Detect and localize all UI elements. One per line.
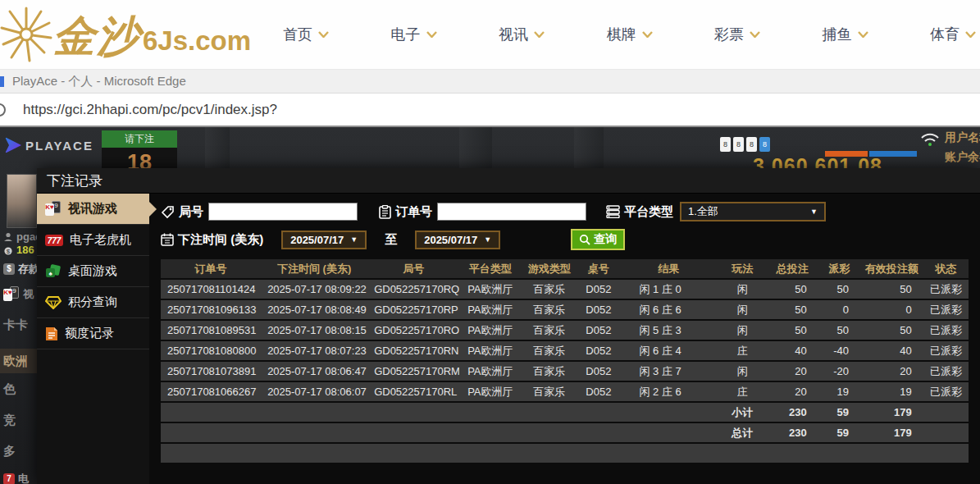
filter-row-1: 局号 订单号 <box>161 202 969 221</box>
cell-time: 2025-07-17 08:06:07 <box>261 382 367 401</box>
cell-play: 闲 <box>718 321 767 340</box>
platform-list-icon <box>606 205 620 218</box>
empty-cell <box>577 403 619 422</box>
cell-round: GD052257170RM <box>367 362 459 381</box>
empty-cell <box>521 444 577 463</box>
grandtotal-row: 总计23059179 <box>161 423 969 442</box>
cell-play: 闲 <box>718 300 767 319</box>
cell-total: 50 <box>767 300 818 319</box>
jing-menu-item[interactable]: 竞 <box>3 413 16 428</box>
card-8: 8 <box>759 137 770 152</box>
nav-item-board[interactable]: 棋牌 <box>607 25 653 44</box>
card-menu-item[interactable]: 卡卡 <box>3 317 28 333</box>
cell-tableNo: D052 <box>577 321 619 340</box>
sidebar-item-slots[interactable]: 777 电子老虎机 <box>37 225 149 256</box>
cell-game: 百家乐 <box>521 280 577 299</box>
nav-item-slots[interactable]: 电子 <box>391 25 437 44</box>
chevron-down-icon <box>426 31 437 38</box>
bet-records-table: 订单号下注时间 (美东)局号平台类型游戏类型桌号结果玩法总投注派彩有效投注额状态… <box>161 258 969 464</box>
order-number-input[interactable] <box>437 203 586 221</box>
playing-cards-icon: 9K♥ <box>45 201 62 217</box>
sunburst-icon <box>0 3 52 66</box>
nav-item-home[interactable]: 首页 <box>283 25 329 44</box>
empty-cell <box>367 423 459 442</box>
nav-item-live[interactable]: 视讯 <box>499 25 545 44</box>
chevron-down-icon <box>858 31 868 38</box>
calendar-icon <box>161 233 174 246</box>
sidebar-item-table-games[interactable]: ♠ 桌面游戏 <box>37 256 149 287</box>
table-header-cell: 玩法 <box>718 259 767 278</box>
empty-cell <box>619 423 718 442</box>
cell-time: 2025-07-17 08:06:47 <box>261 362 367 381</box>
cell-time: 2025-07-17 08:07:23 <box>261 341 367 360</box>
duo-menu-item[interactable]: 多 <box>3 444 16 459</box>
table-header-cell: 桌号 <box>577 259 619 278</box>
date-to-button[interactable]: 2025/07/17▼ <box>415 231 500 249</box>
empty-cell <box>818 444 860 463</box>
cell-valid: 50 <box>860 321 923 340</box>
empty-cell <box>923 403 969 422</box>
dealt-cards: 8 8 8 8 <box>720 137 770 152</box>
cell-status: 已派彩 <box>923 362 969 381</box>
cell-platform: PA欧洲厅 <box>459 362 521 381</box>
coin-icon: $ <box>3 263 15 275</box>
cell-payout: 50 <box>818 280 860 299</box>
table-header-cell: 有效投注额 <box>860 259 923 278</box>
reload-icon[interactable] <box>0 103 6 116</box>
chevron-down-icon <box>642 31 653 38</box>
subtotal-row-label: 小计 <box>718 403 767 422</box>
se-menu-item[interactable]: 色 <box>3 381 16 397</box>
playace-logo: PLAYACE <box>5 137 93 153</box>
cell-valid: 20 <box>860 362 923 381</box>
cell-round: GD052257170RN <box>367 341 459 360</box>
table-row: 2507170810662672025-07-17 08:06:07GD0522… <box>161 382 969 401</box>
platform-type-select[interactable]: 1.全部 ▼ <box>680 202 826 221</box>
diamond-icon <box>45 296 62 309</box>
to-label: 至 <box>385 232 397 248</box>
cell-play: 庄 <box>718 382 767 401</box>
date-from-button[interactable]: 2025/07/17▼ <box>281 231 367 249</box>
table-row: 2507170810961332025-07-17 08:08:49GD0522… <box>161 300 969 319</box>
dropdown-arrow-icon: ▼ <box>810 208 818 216</box>
cell-result: 闲 3 庄 7▶ <box>619 362 718 381</box>
dian-menu-item[interactable]: 7 电 <box>3 472 29 484</box>
sidebar-item-points-query[interactable]: 积分查询 <box>37 287 149 318</box>
cell-time: 2025-07-17 08:09:22 <box>261 280 367 299</box>
cell-valid: 19 <box>860 382 923 401</box>
cell-play: 闲 <box>718 362 767 381</box>
table-row: 2507170810808002025-07-17 08:07:23GD0522… <box>161 341 969 360</box>
url-bar[interactable]: https://gci.2hhapi.com/pc/pcv1/index.jsp… <box>0 94 980 127</box>
empty-cell <box>261 403 367 422</box>
cell-payout: 19 <box>818 382 860 401</box>
result-text: 闲 3 庄 7 <box>639 364 698 379</box>
moneybag-icon: $ <box>3 245 13 255</box>
main-nav: 首页 电子 视讯 棋牌 彩票 捕鱼 <box>283 0 976 69</box>
brand-domain: 6Js.com <box>143 16 251 66</box>
cell-result: 闲 6 庄 4▶ <box>619 341 718 360</box>
table-row: 2507170810738912025-07-17 08:06:47GD0522… <box>161 362 969 381</box>
search-button[interactable]: 查询 <box>571 229 625 250</box>
url-text[interactable]: https://gci.2hhapi.com/pc/pcv1/index.jsp… <box>23 102 277 118</box>
empty-cell <box>367 403 459 422</box>
cell-total: 20 <box>767 362 818 381</box>
cell-total: 50 <box>767 280 818 299</box>
cell-order: 250717081080800 <box>161 341 261 360</box>
europe-menu-item[interactable]: 欧洲 <box>3 354 28 369</box>
cell-platform: PA欧洲厅 <box>459 321 521 340</box>
round-number-input[interactable] <box>208 203 358 221</box>
filter-row-2: 下注时间 (美东) 2025/07/17▼ 至 2025/07/17▼ <box>161 229 969 250</box>
sidebar-item-video-games[interactable]: 9K♥ 视讯游戏 <box>37 194 149 225</box>
cell-round: GD052257170RP <box>367 300 459 319</box>
table-games-icon: ♠ <box>45 264 62 279</box>
empty-cell <box>459 403 521 422</box>
sidebar-item-credit-records[interactable]: 额度记录 <box>37 318 149 349</box>
brand-logo[interactable]: 金沙 6Js.com <box>0 3 251 66</box>
video-menu-item[interactable]: 9K♥ 视 <box>3 286 34 303</box>
nav-item-fishing[interactable]: 捕鱼 <box>823 25 868 44</box>
sidebar-filler <box>37 349 149 484</box>
nav-item-lottery[interactable]: 彩票 <box>714 25 760 44</box>
deposit-button[interactable]: $ 存款 <box>3 262 39 276</box>
nav-item-sports[interactable]: 体育 <box>930 25 976 44</box>
table-header-cell: 局号 <box>367 259 459 278</box>
grandtotal-row-payout: 59 <box>818 423 860 442</box>
